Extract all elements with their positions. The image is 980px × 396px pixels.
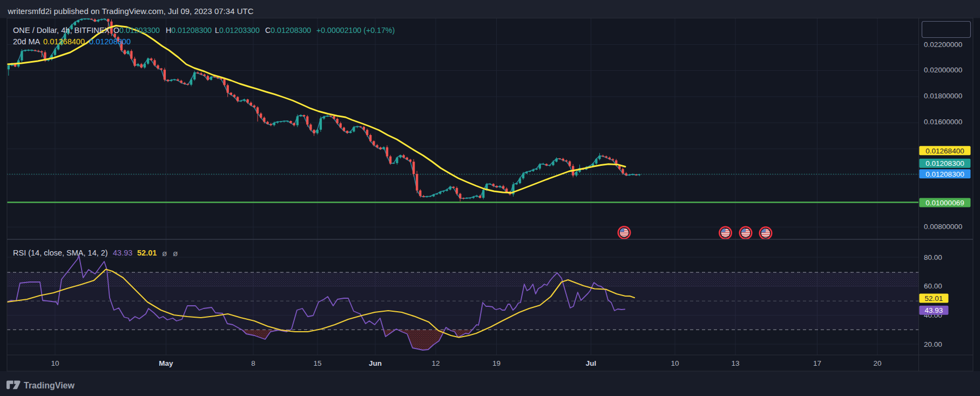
svg-text:0.01000069: 0.01000069 xyxy=(925,199,964,207)
svg-text:Jul: Jul xyxy=(586,359,597,367)
svg-text:May: May xyxy=(159,359,173,367)
svg-text:Jun: Jun xyxy=(369,359,382,367)
svg-text:80.00: 80.00 xyxy=(924,253,942,261)
svg-text:0.01268400: 0.01268400 xyxy=(925,147,964,155)
svg-text:ONE / Dollar, 4h, BITFINEXO0.0: ONE / Dollar, 4h, BITFINEXO0.01203300H0.… xyxy=(13,26,395,35)
svg-text:20: 20 xyxy=(873,359,881,367)
svg-text:20.00: 20.00 xyxy=(924,340,942,348)
svg-text:60.00: 60.00 xyxy=(924,282,942,290)
svg-text:17: 17 xyxy=(813,359,821,367)
svg-text:52.01: 52.01 xyxy=(925,294,943,303)
svg-text:12: 12 xyxy=(431,359,440,367)
svg-text:10: 10 xyxy=(671,359,679,367)
svg-text:0.01208300: 0.01208300 xyxy=(925,170,964,178)
svg-text:writersmfd2i published on Trad: writersmfd2i published on TradingView.co… xyxy=(8,6,254,16)
svg-text:8: 8 xyxy=(251,359,255,367)
svg-text:43.93: 43.93 xyxy=(925,306,943,314)
svg-text:0.01600000: 0.01600000 xyxy=(924,118,962,126)
svg-text:RSI (14, close, SMA, 14, 2)43.: RSI (14, close, SMA, 14, 2)43.9352.01øø xyxy=(13,249,178,258)
svg-text:0.01208300: 0.01208300 xyxy=(925,159,964,167)
svg-text:15: 15 xyxy=(313,359,321,367)
svg-text:0.00800000: 0.00800000 xyxy=(924,223,962,231)
svg-text:20d MA0.012684000.01208300: 20d MA0.012684000.01208300 xyxy=(13,37,131,46)
svg-text:0.02200000: 0.02200000 xyxy=(924,41,962,49)
svg-text:TradingView: TradingView xyxy=(24,381,75,390)
svg-text:19: 19 xyxy=(492,359,501,367)
svg-text:0.02000000: 0.02000000 xyxy=(924,66,962,74)
svg-text:13: 13 xyxy=(731,359,739,367)
svg-text:0.01800000: 0.01800000 xyxy=(924,92,962,100)
svg-text:10: 10 xyxy=(51,359,59,367)
